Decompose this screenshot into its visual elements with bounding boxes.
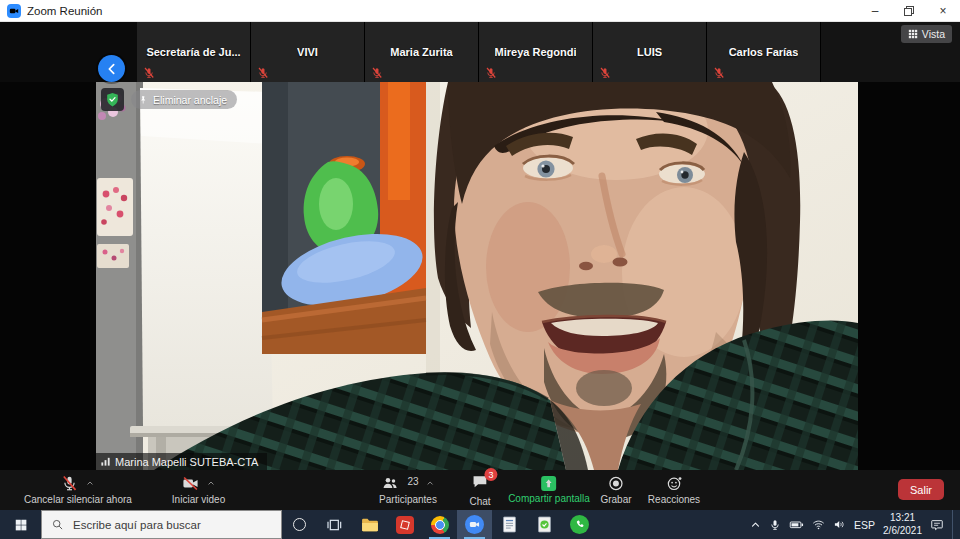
start-button[interactable]	[0, 510, 41, 539]
green-app-button[interactable]	[527, 510, 562, 539]
participant-name: Mireya Regondi	[495, 46, 577, 58]
chrome-button[interactable]	[422, 510, 457, 539]
green-app-icon	[535, 515, 554, 534]
close-button[interactable]: ×	[926, 0, 960, 21]
remove-pin-button[interactable]: Eliminar anclaje	[131, 90, 237, 109]
minimize-button[interactable]: –	[858, 0, 892, 21]
speaker-video: Eliminar anclaje Marina Mapelli SUTEBA-C…	[96, 82, 858, 470]
shield-check-icon	[105, 92, 120, 107]
battery-icon	[789, 517, 804, 532]
system-tray: ESP 13:21 2/6/2021	[750, 510, 960, 539]
audio-level-icon	[100, 456, 111, 467]
zoom-camera-icon	[465, 515, 484, 534]
reactions-smiley-icon	[665, 475, 682, 492]
reactions-label: Reacciones	[648, 494, 700, 505]
participant-tile[interactable]: Secretaría de Ju...	[137, 22, 251, 82]
participants-button[interactable]: 23 Participantes	[379, 470, 437, 510]
red-app-icon	[396, 516, 414, 534]
language-indicator[interactable]: ESP	[854, 519, 875, 531]
reactions-button[interactable]: Reacciones	[648, 470, 700, 510]
start-video-label: Iniciar video	[172, 494, 225, 505]
taskbar-search[interactable]	[41, 510, 282, 539]
whatsapp-button[interactable]	[562, 510, 597, 539]
zoom-meeting-window: Zoom Reunión – × Secretaría de Ju... VIV…	[0, 0, 960, 539]
view-button[interactable]: Vista	[901, 25, 952, 43]
participants-count: 23	[407, 476, 418, 487]
window-title: Zoom Reunión	[27, 5, 102, 17]
microphone-icon	[769, 519, 781, 531]
cortana-button[interactable]	[282, 510, 317, 539]
mic-muted-icon	[61, 475, 78, 492]
chevron-up-icon[interactable]	[86, 479, 94, 487]
network-button[interactable]	[812, 518, 825, 531]
zoom-app-icon	[7, 4, 21, 18]
action-center-button[interactable]	[930, 518, 944, 532]
chevron-left-icon	[104, 61, 120, 77]
zoom-taskbar-button[interactable]	[457, 510, 492, 539]
participant-name: LUIS	[637, 46, 662, 58]
restore-button[interactable]	[892, 0, 926, 21]
speaker-name: Marina Mapelli SUTEBA-CTA	[115, 456, 258, 468]
record-button[interactable]: Grabar	[600, 470, 631, 510]
participant-tile[interactable]: VIVI	[251, 22, 365, 82]
speaker-name-tag: Marina Mapelli SUTEBA-CTA	[96, 453, 267, 470]
chat-label: Chat	[469, 496, 490, 507]
participant-strip: Secretaría de Ju... VIVI Maria Zurita Mi…	[0, 22, 960, 82]
participant-tile[interactable]: Maria Zurita	[365, 22, 479, 82]
remove-pin-label: Eliminar anclaje	[153, 94, 227, 106]
share-screen-label: Compartir pantalla	[508, 493, 590, 504]
muted-mic-icon	[599, 67, 611, 79]
chevron-up-icon[interactable]	[207, 479, 215, 487]
toolbar-left-group: Cancelar silenciar ahora Iniciar video	[24, 470, 225, 510]
participant-name: VIVI	[297, 46, 318, 58]
taskbar-clock[interactable]: 13:21 2/6/2021	[883, 512, 922, 537]
speaker-icon	[833, 518, 846, 531]
arrow-up-icon	[543, 477, 556, 490]
meeting-toolbar: Cancelar silenciar ahora Iniciar video 2…	[0, 470, 960, 510]
leave-meeting-button[interactable]: Salir	[898, 479, 944, 500]
clock-time: 13:21	[883, 512, 922, 525]
scroll-left-button[interactable]	[98, 55, 125, 82]
pin-icon	[138, 95, 148, 105]
view-button-label: Vista	[922, 28, 945, 40]
restore-icon	[903, 5, 915, 17]
video-feed-image	[96, 82, 858, 470]
show-hidden-icons-button[interactable]	[750, 519, 761, 530]
volume-button[interactable]	[833, 518, 846, 531]
tray-mic-button[interactable]	[769, 519, 781, 531]
camera-icon	[9, 6, 19, 16]
record-label: Grabar	[600, 494, 631, 505]
chevron-up-icon[interactable]	[427, 479, 435, 487]
phone-icon	[574, 519, 586, 531]
muted-mic-icon	[257, 67, 269, 79]
red-app-button[interactable]	[387, 510, 422, 539]
mute-button-label: Cancelar silenciar ahora	[24, 494, 132, 505]
task-view-button[interactable]	[317, 510, 352, 539]
notification-icon	[930, 518, 944, 532]
document-app-button[interactable]	[492, 510, 527, 539]
participant-tile[interactable]: LUIS	[593, 22, 707, 82]
windows-taskbar: ESP 13:21 2/6/2021	[0, 510, 960, 539]
share-screen-button[interactable]: Compartir pantalla	[508, 470, 590, 510]
participant-name: Maria Zurita	[390, 46, 452, 58]
participant-tiles: Secretaría de Ju... VIVI Maria Zurita Mi…	[137, 22, 960, 82]
search-input[interactable]	[71, 518, 256, 532]
battery-button[interactable]	[789, 517, 804, 532]
participant-tile[interactable]: Carlos Farías	[707, 22, 821, 82]
muted-mic-icon	[485, 67, 497, 79]
window-titlebar: Zoom Reunión – ×	[0, 0, 960, 22]
participant-name: Secretaría de Ju...	[146, 46, 240, 58]
mute-button[interactable]: Cancelar silenciar ahora	[24, 470, 132, 510]
task-view-icon	[327, 517, 343, 533]
start-video-button[interactable]: Iniciar video	[172, 470, 225, 510]
muted-mic-icon	[371, 67, 383, 79]
chat-button[interactable]: 3 Chat	[469, 470, 490, 510]
participants-icon	[381, 475, 399, 492]
participants-label: Participantes	[379, 494, 437, 505]
document-icon	[500, 515, 519, 534]
show-desktop-button[interactable]	[952, 510, 957, 539]
file-explorer-button[interactable]	[352, 510, 387, 539]
encryption-shield-button[interactable]	[101, 88, 124, 111]
participant-tile[interactable]: Mireya Regondi	[479, 22, 593, 82]
chat-badge: 3	[485, 468, 498, 481]
